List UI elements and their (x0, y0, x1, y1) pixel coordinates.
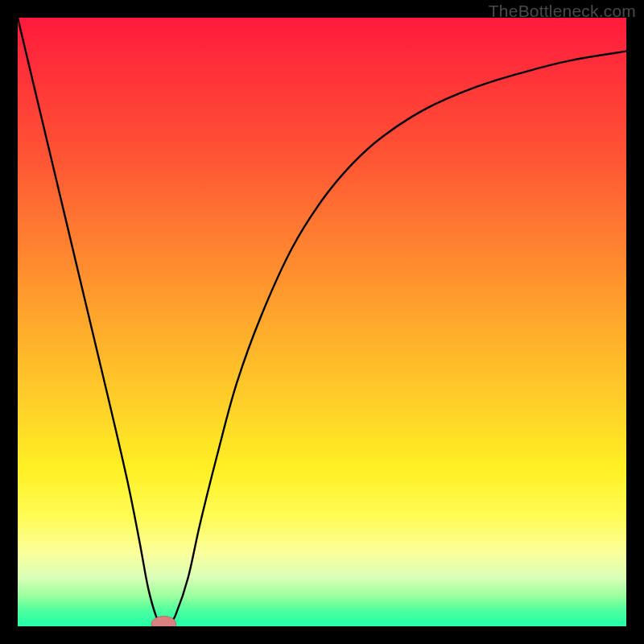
chart-stage: TheBottleneck.com (0, 0, 644, 644)
bottleneck-curve (18, 18, 626, 626)
curve-layer (18, 18, 626, 626)
watermark-text: TheBottleneck.com (489, 2, 636, 21)
plot-area (18, 18, 626, 626)
optimal-marker (151, 616, 176, 626)
